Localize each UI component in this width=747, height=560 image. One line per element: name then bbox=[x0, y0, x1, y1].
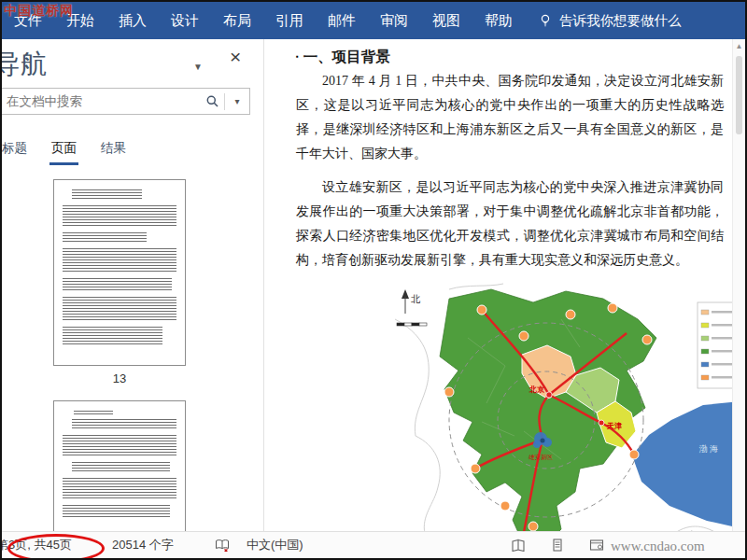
close-icon[interactable]: × bbox=[230, 47, 241, 66]
doc-heading: 一、项目背景 bbox=[296, 47, 724, 67]
print-layout-icon[interactable] bbox=[545, 535, 570, 555]
chevron-down-icon[interactable]: ▼ bbox=[193, 62, 203, 72]
web-layout-icon[interactable] bbox=[585, 535, 609, 555]
scrollbar-thumb[interactable] bbox=[736, 56, 742, 134]
svg-text:北: 北 bbox=[411, 294, 421, 304]
scroll-up-icon[interactable]: ▲ bbox=[733, 39, 745, 50]
view-switcher bbox=[506, 532, 609, 558]
bohai-label: 渤海 bbox=[698, 444, 720, 454]
navigation-pane: 导航 ▼ × 在文档中搜索 ▾ 标题 页面 结果 bbox=[2, 39, 264, 532]
word-window: 文件 开始 插入 设计 布局 引用 邮件 审阅 视图 帮助 告诉我你想要做什么 … bbox=[0, 0, 747, 560]
xiongan-label: 雄安新区 bbox=[528, 454, 554, 460]
tell-me-box[interactable]: 告诉我你想要做什么 bbox=[538, 2, 682, 39]
tell-me-label: 告诉我你想要做什么 bbox=[559, 12, 682, 30]
page-thumbnail[interactable] bbox=[53, 179, 186, 366]
search-options-chevron-icon[interactable]: ▾ bbox=[225, 96, 249, 106]
ribbon-tab-review[interactable]: 审阅 bbox=[368, 2, 420, 39]
ribbon-tab-mailings[interactable]: 邮件 bbox=[316, 2, 368, 39]
document-page: 一、项目背景 2017 年 4 月 1 日，中共中央、国务院印发通知，决定设立河… bbox=[264, 39, 733, 532]
watermark-site-url: www.cndao.com bbox=[611, 539, 705, 554]
ribbon-tab-help[interactable]: 帮助 bbox=[472, 2, 525, 39]
ribbon-tab-view[interactable]: 视图 bbox=[420, 2, 472, 39]
ribbon-tab-design[interactable]: 设计 bbox=[159, 2, 211, 39]
page-thumbnail[interactable] bbox=[53, 400, 186, 532]
search-icon[interactable] bbox=[200, 94, 224, 108]
thumbnail-text bbox=[63, 278, 172, 292]
navigation-tabs: 标题 页面 结果 bbox=[2, 136, 128, 165]
navigation-pane-title: 导航 bbox=[2, 47, 47, 82]
map-figure[interactable]: 北京 天津 雄安新区 渤海 北 bbox=[393, 282, 740, 532]
thumbnail-page-number: 13 bbox=[53, 371, 186, 385]
thumbnail-text bbox=[72, 462, 170, 473]
ribbon-tab-layout[interactable]: 布局 bbox=[211, 2, 263, 39]
thumbnail-text bbox=[72, 419, 176, 430]
nav-tab-headings[interactable]: 标题 bbox=[2, 136, 29, 165]
thumbnail-text bbox=[74, 411, 112, 414]
thumbnail-text bbox=[72, 189, 143, 201]
document-area[interactable]: 一、项目背景 2017 年 4 月 1 日，中共中央、国务院印发通知，决定设立河… bbox=[264, 39, 745, 532]
thumbnail-text bbox=[63, 205, 176, 228]
word-count[interactable]: 20514 个字 bbox=[112, 532, 174, 558]
scale-bar bbox=[397, 323, 427, 326]
search-placeholder: 在文档中搜索 bbox=[2, 93, 200, 110]
tianjin-label: 天津 bbox=[606, 422, 622, 430]
thumbnail-text bbox=[63, 435, 176, 457]
read-mode-icon[interactable] bbox=[506, 535, 530, 555]
thumbnail-text bbox=[63, 327, 162, 346]
thumbnail-text bbox=[63, 505, 170, 519]
proofing-icon[interactable] bbox=[215, 532, 231, 558]
watermark-site-name: 中国道桥网 bbox=[4, 3, 74, 20]
thumbnail-text bbox=[63, 478, 176, 500]
vertical-scrollbar[interactable]: ▲ bbox=[732, 39, 745, 532]
page-thumbnail-list: 13 bbox=[2, 179, 263, 532]
beijing-label: 北京 bbox=[529, 385, 545, 394]
thumbnail-text bbox=[63, 248, 176, 273]
page-indicator[interactable]: 第3页, 共45页 bbox=[0, 532, 72, 558]
nav-tab-results[interactable]: 结果 bbox=[99, 136, 128, 165]
tianjin-marker bbox=[599, 420, 604, 426]
lightbulb-icon bbox=[538, 13, 553, 28]
ribbon-tab-bar: 文件 开始 插入 设计 布局 引用 邮件 审阅 视图 帮助 告诉我你想要做什么 bbox=[2, 2, 745, 39]
beijing-marker bbox=[546, 392, 552, 398]
map-legend bbox=[698, 302, 737, 388]
thumbnail-text bbox=[63, 232, 147, 244]
doc-paragraph: 设立雄安新区，是以习近平同志为核心的党中央深入推进京津冀协同发展作出的一项重大决… bbox=[296, 175, 724, 273]
doc-paragraph: 2017 年 4 月 1 日，中共中央、国务院印发通知，决定设立河北雄安新区，这… bbox=[296, 69, 724, 166]
thumbnail-text bbox=[63, 297, 176, 322]
jingjinji-map: 北京 天津 雄安新区 渤海 北 bbox=[393, 282, 740, 532]
nav-tab-pages[interactable]: 页面 bbox=[49, 136, 78, 165]
language-indicator[interactable]: 中文(中国) bbox=[247, 532, 303, 558]
ribbon-tab-references[interactable]: 引用 bbox=[263, 2, 316, 39]
document-search-input[interactable]: 在文档中搜索 ▾ bbox=[2, 88, 250, 115]
ribbon-tab-insert[interactable]: 插入 bbox=[106, 2, 159, 39]
